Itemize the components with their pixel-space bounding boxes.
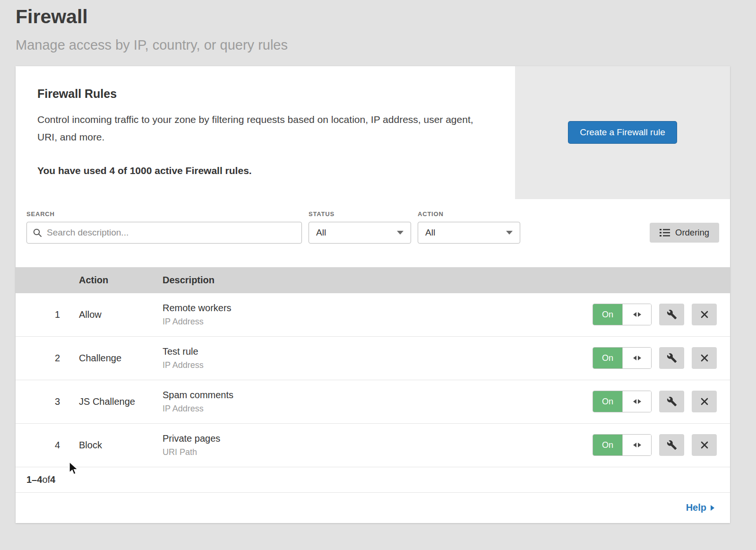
page-title: Firewall xyxy=(0,0,756,28)
rule-match-type: IP Address xyxy=(163,317,593,327)
help-label: Help xyxy=(686,502,706,513)
help-arrow-icon xyxy=(711,505,714,511)
ordering-label: Ordering xyxy=(675,227,709,238)
table-header-row: Action Description xyxy=(16,267,730,293)
edit-rule-button[interactable] xyxy=(659,434,684,456)
rule-action: Allow xyxy=(79,309,163,320)
toggle-on-label: On xyxy=(593,304,622,325)
edit-rule-button[interactable] xyxy=(659,391,684,412)
create-firewall-rule-button[interactable]: Create a Firewall rule xyxy=(568,121,677,144)
search-label: SEARCH xyxy=(26,210,302,218)
toggle-on-label: On xyxy=(593,391,622,412)
search-filter: SEARCH xyxy=(26,210,302,244)
wrench-icon xyxy=(667,440,677,450)
toggle-arrows-icon xyxy=(622,348,651,368)
rule-description: Private pages xyxy=(163,433,593,444)
rule-match-type: IP Address xyxy=(163,360,593,370)
rule-description: Remote workers xyxy=(163,303,593,314)
chevron-down-icon xyxy=(397,231,404,235)
rule-number: 4 xyxy=(16,440,79,451)
rule-description: Spam comments xyxy=(163,390,593,401)
search-input[interactable] xyxy=(26,222,302,244)
delete-rule-button[interactable] xyxy=(692,304,717,325)
rule-enabled-toggle[interactable]: On xyxy=(593,391,652,412)
wrench-icon xyxy=(667,309,677,320)
action-select-value: All xyxy=(425,227,435,238)
delete-rule-button[interactable] xyxy=(692,391,717,412)
rule-description-cell: Remote workers IP Address xyxy=(163,303,593,327)
rules-usage-text: You have used 4 of 1000 active Firewall … xyxy=(37,165,493,199)
card-intro: Firewall Rules Control incoming traffic … xyxy=(16,66,515,199)
card-top-section: Firewall Rules Control incoming traffic … xyxy=(16,66,730,199)
rule-controls: On xyxy=(593,434,730,456)
delete-rule-button[interactable] xyxy=(692,347,717,369)
rule-controls: On xyxy=(593,347,730,369)
ordering-button[interactable]: Ordering xyxy=(650,223,719,243)
toggle-on-label: On xyxy=(593,435,622,455)
card-description: Control incoming traffic to your zone by… xyxy=(37,111,486,146)
toggle-on-label: On xyxy=(593,348,622,368)
table-row: 4 Block Private pages URI Path On xyxy=(16,424,730,467)
status-filter: STATUS All xyxy=(309,210,411,244)
rule-number: 1 xyxy=(16,309,79,320)
close-icon xyxy=(700,353,709,363)
firewall-rules-card: Firewall Rules Control incoming traffic … xyxy=(16,66,730,523)
rule-match-type: URI Path xyxy=(163,447,593,457)
help-link[interactable]: Help xyxy=(686,502,714,513)
status-label: STATUS xyxy=(309,210,411,218)
page-subtitle: Manage access by IP, country, or query r… xyxy=(0,28,756,53)
wrench-icon xyxy=(667,353,677,363)
chevron-down-icon xyxy=(506,231,513,235)
rule-number: 3 xyxy=(16,396,79,407)
rule-enabled-toggle[interactable]: On xyxy=(593,304,652,325)
toggle-arrows-icon xyxy=(622,304,651,325)
rule-enabled-toggle[interactable]: On xyxy=(593,434,652,456)
action-select[interactable]: All xyxy=(418,222,520,244)
edit-rule-button[interactable] xyxy=(659,304,684,325)
ordering-icon xyxy=(660,228,670,237)
rule-action: Block xyxy=(79,440,163,451)
delete-rule-button[interactable] xyxy=(692,434,717,456)
close-icon xyxy=(700,397,709,406)
table-row: 1 Allow Remote workers IP Address On xyxy=(16,293,730,337)
rule-match-type: IP Address xyxy=(163,404,593,414)
table-row: 3 JS Challenge Spam comments IP Address … xyxy=(16,380,730,424)
create-rule-panel: Create a Firewall rule xyxy=(515,66,730,199)
close-icon xyxy=(700,310,709,319)
action-filter: ACTION All xyxy=(418,210,520,244)
pagination-summary: 1–4 of 4 xyxy=(16,467,730,493)
rule-description-cell: Spam comments IP Address xyxy=(163,390,593,414)
close-icon xyxy=(700,440,709,450)
rule-enabled-toggle[interactable]: On xyxy=(593,347,652,369)
rule-controls: On xyxy=(593,304,730,325)
filters-bar: SEARCH STATUS All ACTION All xyxy=(16,199,730,267)
pagination-range: 1–4 xyxy=(26,474,42,485)
rule-description: Test rule xyxy=(163,346,593,357)
table-row: 2 Challenge Test rule IP Address On xyxy=(16,337,730,380)
toggle-arrows-icon xyxy=(622,435,651,455)
search-icon xyxy=(33,228,42,237)
toggle-arrows-icon xyxy=(622,391,651,412)
pagination-total: 4 xyxy=(50,474,55,485)
rule-action: JS Challenge xyxy=(79,396,163,407)
action-label: ACTION xyxy=(418,210,520,218)
rule-description-cell: Private pages URI Path xyxy=(163,433,593,457)
header-action: Action xyxy=(79,275,163,286)
card-footer: Help xyxy=(16,493,730,523)
status-select[interactable]: All xyxy=(309,222,411,244)
mouse-cursor xyxy=(68,462,79,477)
header-description: Description xyxy=(163,275,593,286)
wrench-icon xyxy=(667,396,677,407)
rule-number: 2 xyxy=(16,353,79,364)
rule-controls: On xyxy=(593,391,730,412)
pagination-of: of xyxy=(42,474,50,485)
card-heading: Firewall Rules xyxy=(37,87,493,101)
edit-rule-button[interactable] xyxy=(659,347,684,369)
rule-action: Challenge xyxy=(79,353,163,364)
status-select-value: All xyxy=(316,227,326,238)
rule-description-cell: Test rule IP Address xyxy=(163,346,593,370)
search-input-wrap xyxy=(26,222,302,244)
